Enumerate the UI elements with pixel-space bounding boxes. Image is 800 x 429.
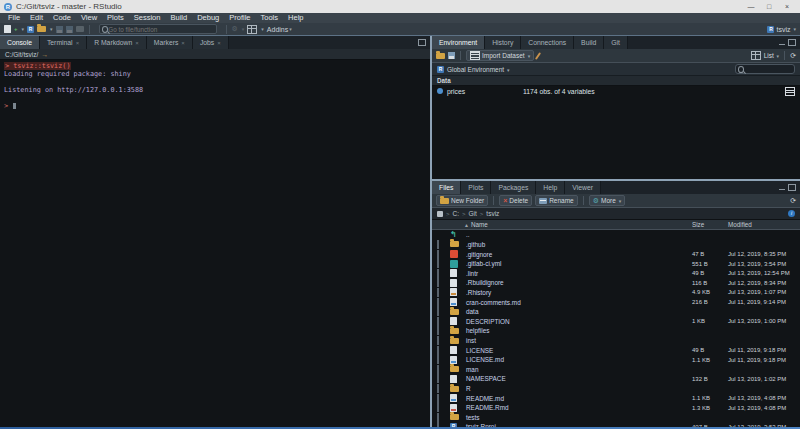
menu-build[interactable]: Build [165,13,192,23]
file-row[interactable]: helpfiles [432,326,800,336]
file-checkbox[interactable] [437,317,439,326]
file-row[interactable]: inst [432,336,800,346]
files-tab-viewer[interactable]: Viewer [565,181,601,194]
file-checkbox[interactable] [437,365,439,374]
save-workspace-button[interactable] [448,52,455,59]
load-workspace-button[interactable] [436,53,445,59]
list-view-button[interactable]: List ▾ [764,52,779,59]
open-file-button[interactable]: ▾ [37,26,53,32]
file-row[interactable]: man [432,365,800,375]
console-output[interactable]: > tsviz::tsviz()Loading required package… [0,60,430,427]
delete-button[interactable]: × Delete [499,195,532,206]
file-checkbox[interactable] [437,259,439,268]
clear-environment-button[interactable] [537,52,539,60]
menu-code[interactable]: Code [48,13,76,23]
goto-file-function-box[interactable] [99,24,217,34]
close-icon[interactable]: × [217,40,221,46]
file-row[interactable]: LICENSE.md1.1 KBJul 11, 2019, 9:18 PM [432,355,800,365]
menu-debug[interactable]: Debug [192,13,224,23]
new-project-button[interactable]: R [27,26,34,33]
file-name[interactable]: helpfiles [466,327,692,334]
environment-search-box[interactable] [735,64,795,74]
file-name[interactable]: NAMESPACE [466,375,692,382]
minimize-pane-icon[interactable] [779,185,785,190]
file-row[interactable]: README.Rmd1.3 KBJul 13, 2019, 4:08 PM [432,403,800,413]
environment-scope-selector[interactable]: Global Environment ▾ [447,66,509,73]
project-selector-button[interactable]: R tsviz ▾ [767,26,796,33]
file-row[interactable]: .Rhistory4.9 KBJul 13, 2019, 1:07 PM [432,288,800,298]
file-name[interactable]: LICENSE [466,347,692,354]
file-checkbox[interactable] [437,336,439,345]
environment-object-row[interactable]: prices1174 obs. of 4 variables [432,86,800,96]
menu-tools[interactable]: Tools [256,13,284,23]
file-row[interactable]: cran-comments.md216 BJul 11, 2019, 9:14 … [432,297,800,307]
console-tab-console[interactable]: Console [0,36,40,49]
info-icon[interactable]: i [788,210,795,217]
file-name[interactable]: cran-comments.md [466,299,692,306]
file-checkbox[interactable] [437,298,439,307]
file-name[interactable]: README.md [466,395,692,402]
file-checkbox[interactable] [437,288,439,297]
file-name[interactable]: inst [466,337,692,344]
pane-layout-button[interactable]: ▾ [247,25,264,34]
file-checkbox[interactable] [437,355,439,364]
file-row[interactable]: .github [432,240,800,250]
name-column-header[interactable]: ▲ Name [464,221,692,228]
size-column-header[interactable]: Size [692,221,728,228]
file-name[interactable]: .lintr [466,270,692,277]
file-checkbox[interactable] [437,394,439,403]
refresh-icon[interactable]: ⟳ [790,52,796,59]
minimize-button[interactable]: — [742,0,760,13]
minimize-pane-icon[interactable] [779,40,785,45]
file-checkbox[interactable] [437,413,439,422]
file-checkbox[interactable] [437,346,439,355]
addins-menu-button[interactable]: Addins ▾ [267,26,292,33]
environment-tab-git[interactable]: Git [604,36,628,49]
menu-session[interactable]: Session [129,13,166,23]
file-name[interactable]: LICENSE.md [466,356,692,363]
maximize-pane-icon[interactable] [418,39,426,46]
modified-column-header[interactable]: Modified [728,221,800,228]
file-name[interactable]: README.Rmd [466,404,692,411]
environment-search-input[interactable] [746,66,792,72]
file-name[interactable]: .github [466,241,692,248]
console-tab-terminal[interactable]: Terminal× [40,36,87,49]
new-file-button[interactable]: + ▾ [4,25,24,33]
menu-profile[interactable]: Profile [224,13,255,23]
file-name[interactable]: DESCRIPTION [466,318,692,325]
environment-tab-build[interactable]: Build [574,36,604,49]
file-row[interactable]: tests [432,413,800,423]
rename-button[interactable]: Rename [535,195,578,206]
file-row[interactable]: .Rbuildignore116 BJul 12, 2019, 8:34 PM [432,278,800,288]
file-row[interactable]: ↰.. [432,230,800,240]
close-icon[interactable]: × [181,40,185,46]
import-dataset-button[interactable]: Import Dataset ▾ [466,50,534,61]
save-button[interactable] [56,26,63,33]
file-name[interactable]: .Rbuildignore [466,279,692,286]
file-name[interactable]: R [466,385,692,392]
file-name[interactable]: .Rhistory [466,289,692,296]
file-checkbox[interactable] [437,240,439,249]
menu-plots[interactable]: Plots [102,13,129,23]
file-row[interactable]: R [432,384,800,394]
breadcrumb-c-[interactable]: C: [453,210,460,217]
environment-tab-environment[interactable]: Environment [432,36,485,49]
file-name[interactable]: tests [466,414,692,421]
environment-tab-connections[interactable]: Connections [521,36,574,49]
file-row[interactable]: .lintr49 BJul 13, 2019, 12:54 PM [432,268,800,278]
close-icon[interactable]: × [135,40,139,46]
file-row[interactable]: README.md1.1 KBJul 13, 2019, 4:08 PM [432,393,800,403]
new-folder-button[interactable]: New Folder [436,195,488,206]
files-tab-help[interactable]: Help [536,181,565,194]
menu-file[interactable]: File [3,13,25,23]
breadcrumb-tsviz[interactable]: tsviz [486,210,499,217]
close-button[interactable]: × [778,0,796,13]
save-all-button[interactable] [66,26,73,33]
file-checkbox[interactable] [437,384,439,393]
refresh-icon[interactable]: ⟳ [790,197,796,204]
print-button[interactable] [76,26,84,32]
console-tab-r-markdown[interactable]: R Markdown× [87,36,147,49]
menu-edit[interactable]: Edit [25,13,48,23]
file-name[interactable]: .gitignore [466,251,692,258]
file-row[interactable]: .gitlab-ci.yml551 BJul 13, 2019, 3:54 PM [432,259,800,269]
